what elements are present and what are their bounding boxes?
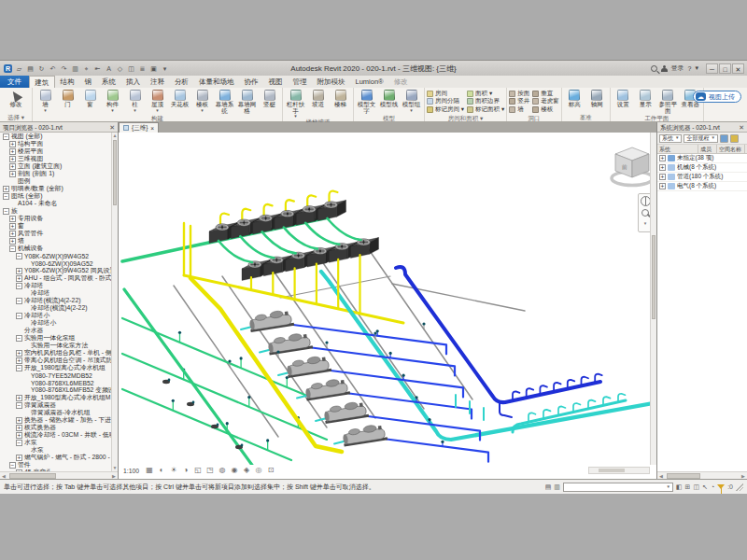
- ribbon-button-显示[interactable]: 显示: [635, 89, 656, 108]
- column-header-系统[interactable]: 系统: [657, 145, 698, 153]
- ribbon-button-标记面积[interactable]: 标记面积 ▾: [467, 105, 504, 114]
- column-header-空间名称[interactable]: 空间名称: [717, 145, 745, 153]
- ribbon-button-面积边界[interactable]: 面积边界: [467, 98, 504, 106]
- tree-item[interactable]: +冷却塔(横流)4(2-22): [0, 304, 111, 312]
- tree-item[interactable]: +Y080-7YEE52MDB52: [0, 371, 111, 379]
- ribbon-tab-附加模块[interactable]: 附加模块: [312, 77, 350, 88]
- ribbon-button-窗[interactable]: 窗: [79, 89, 101, 108]
- ribbon-button-老虎窗[interactable]: 老虎窗: [532, 98, 559, 106]
- tree-expander-icon[interactable]: −: [9, 245, 16, 252]
- worksharing-display-icon[interactable]: ◎: [254, 466, 263, 475]
- tree-expander-icon[interactable]: +: [9, 231, 16, 237]
- tree-item[interactable]: +窗: [0, 222, 111, 230]
- ribbon-button-模型线[interactable]: 模型线: [378, 89, 400, 108]
- ribbon-button-按面[interactable]: 按面: [509, 90, 529, 98]
- tree-expander-icon[interactable]: −: [16, 365, 22, 371]
- file-tab[interactable]: 文件: [0, 76, 29, 88]
- tree-expander-icon[interactable]: +: [16, 357, 22, 364]
- tree-item[interactable]: +AHU - 组合式 - 回风管板 - 卧式 - 标准 - 2000 - 50: [0, 274, 111, 282]
- 3d-view-icon[interactable]: ◇: [116, 64, 124, 73]
- ribbon-button-竖井[interactable]: 竖井: [509, 98, 529, 106]
- text-icon[interactable]: A: [105, 64, 113, 73]
- section-icon[interactable]: ◫: [127, 64, 135, 73]
- zoom-icon[interactable]: [641, 208, 651, 218]
- save-icon[interactable]: ▤: [26, 64, 35, 73]
- measure-icon[interactable]: ⌖: [82, 64, 91, 73]
- tree-item[interactable]: +墙: [0, 237, 111, 245]
- project-browser-close-icon[interactable]: ✕: [109, 122, 115, 132]
- detail-level-icon[interactable]: ▦: [145, 466, 154, 475]
- ribbon-tab-管理[interactable]: 管理: [288, 77, 312, 88]
- system-browser-row[interactable]: +机械(8 个系统): [657, 163, 747, 173]
- filter-icon[interactable]: [717, 484, 725, 489]
- sun-path-icon[interactable]: ☀: [169, 466, 178, 475]
- ribbon-button-面积[interactable]: 面积 ▾: [467, 90, 504, 98]
- ribbon-button-天花板[interactable]: 天花板: [169, 89, 190, 108]
- open-icon[interactable]: ▱: [15, 64, 23, 73]
- ribbon-button-屋顶[interactable]: 屋顶▾: [147, 89, 168, 112]
- ribbon-tab-结构[interactable]: 结构: [55, 77, 79, 88]
- ribbon-tab-协作[interactable]: 协作: [239, 77, 263, 88]
- ribbon-button-房间[interactable]: 房间: [427, 90, 464, 98]
- ribbon-tab-钢[interactable]: 钢: [79, 77, 97, 88]
- tree-expander-icon[interactable]: +: [16, 395, 22, 401]
- ribbon-button-竖梃[interactable]: 竖梃: [259, 89, 280, 108]
- ribbon-button-构件[interactable]: 构件▾: [102, 89, 123, 112]
- help-icon[interactable]: ?: [688, 65, 692, 72]
- system-browser-close-icon[interactable]: ✕: [739, 122, 744, 132]
- tree-expander-icon[interactable]: +: [9, 163, 16, 170]
- system-browser-hscrollbar[interactable]: ◀▶: [657, 471, 747, 479]
- tree-expander-icon[interactable]: +: [9, 238, 16, 245]
- drawing-area[interactable]: {三维} × 前 ▾ 1:100 ▦◐☀◑◱◳◍◉◈◎⊡: [119, 122, 656, 479]
- tree-expander-icon[interactable]: −: [16, 335, 22, 342]
- crop-view-icon[interactable]: ◱: [193, 466, 203, 475]
- autofit-columns-icon[interactable]: [720, 134, 728, 143]
- tree-expander-icon[interactable]: −: [16, 440, 22, 446]
- livesync-button[interactable]: ☁ 视图上传: [693, 91, 741, 103]
- worksets-icon[interactable]: ▤: [545, 483, 552, 491]
- tree-item[interactable]: +专用设备: [0, 215, 111, 222]
- column-header-成员[interactable]: 成员: [698, 145, 717, 153]
- exclude-options-icon[interactable]: ◫: [693, 483, 699, 491]
- tree-item[interactable]: −Y08K-6ZW(X)9W4G52: [0, 252, 111, 259]
- visual-style-icon[interactable]: ◐: [157, 466, 166, 475]
- ribbon-tab-系统[interactable]: 系统: [97, 77, 121, 88]
- ribbon-button-设置[interactable]: 设置: [613, 89, 634, 108]
- tree-expander-icon[interactable]: +: [9, 223, 16, 230]
- tree-item[interactable]: +燃气锅炉 - 燃气 - 卧式 - 2800 - 14000 kW: [0, 454, 111, 461]
- background-processes-icon[interactable]: ◔: [711, 483, 714, 490]
- tree-expander-icon[interactable]: −: [16, 253, 22, 259]
- tree-expander-icon[interactable]: +: [3, 186, 9, 192]
- temporary-properties-icon[interactable]: ◈: [242, 466, 251, 475]
- ribbon-button-墙[interactable]: 墙▾: [35, 89, 56, 112]
- tree-item[interactable]: +楼层平面: [0, 147, 111, 155]
- cooling-tower[interactable]: [351, 238, 379, 259]
- tree-expander-icon[interactable]: +: [9, 216, 16, 222]
- constraints-icon[interactable]: ⊡: [266, 466, 275, 475]
- undo-icon[interactable]: ↶: [49, 64, 57, 73]
- canvas-vscrollbar[interactable]: [650, 133, 656, 465]
- tree-expander-icon[interactable]: −: [3, 133, 9, 140]
- tree-expander-icon[interactable]: +: [16, 275, 22, 282]
- tree-item[interactable]: −开放_1980型离心式冷水机组: [0, 364, 111, 371]
- ribbon-button-楼梯[interactable]: 楼梯: [330, 89, 351, 108]
- ribbon-button-参照平面[interactable]: 参照平面: [657, 89, 679, 114]
- tree-item[interactable]: +冷却塔小: [0, 319, 111, 327]
- tree-item[interactable]: −视图 (全部): [0, 133, 111, 140]
- temporary-hide-icon[interactable]: ◍: [218, 466, 227, 475]
- press-drag-icon[interactable]: ↖: [702, 483, 708, 491]
- ribbon-button-楼板[interactable]: 楼板: [532, 105, 559, 114]
- tree-item[interactable]: +立面 (建筑立面): [0, 162, 111, 170]
- restore-button[interactable]: □: [719, 63, 731, 74]
- tree-expander-icon[interactable]: −: [16, 313, 22, 319]
- workset-select[interactable]: ▼: [563, 483, 673, 492]
- ribbon-button-标记房间[interactable]: 标记房间 ▾: [427, 105, 464, 114]
- canvas-hscrollbar[interactable]: [588, 467, 650, 474]
- system-browser-row[interactable]: +管道(180 个系统): [657, 173, 747, 182]
- print-icon[interactable]: ▥: [71, 64, 79, 73]
- tree-item[interactable]: +风管管件: [0, 230, 111, 237]
- ribbon-button-修改[interactable]: 修改: [2, 89, 30, 108]
- tree-expander-icon[interactable]: +: [659, 183, 666, 189]
- tree-item[interactable]: +剖面 (剖面 1): [0, 170, 111, 177]
- tree-item[interactable]: −管件: [0, 461, 111, 469]
